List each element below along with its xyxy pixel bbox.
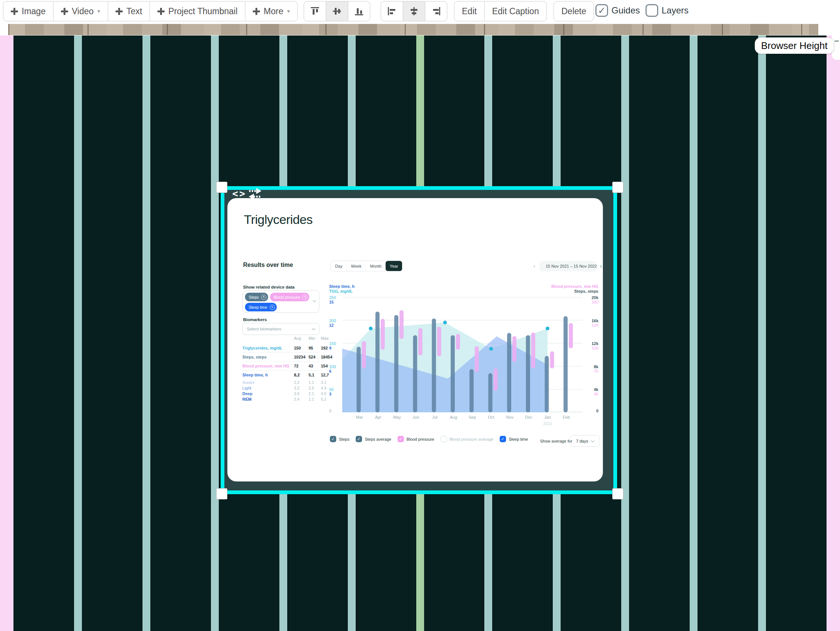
- average-window-select[interactable]: 7 days: [570, 435, 600, 447]
- guides-toggle[interactable]: ✓ Guides: [595, 4, 640, 17]
- edit-group: Edit Edit Caption: [454, 1, 547, 21]
- legend-item-sleep-time[interactable]: ✓Sleep time: [500, 436, 528, 442]
- remove-chip-icon[interactable]: ×: [302, 295, 308, 300]
- add-text-button[interactable]: Text: [108, 1, 150, 21]
- edit-button[interactable]: Edit: [454, 1, 485, 21]
- chip-sleep-time[interactable]: Sleep time×: [245, 303, 277, 311]
- page-root: ImageVideo▾TextProject ThumbnailMore▾ Ed…: [0, 0, 840, 631]
- plus-icon: [115, 8, 123, 15]
- date-next-chevron[interactable]: ›: [600, 262, 602, 270]
- edit-caption-button[interactable]: Edit Caption: [484, 1, 547, 21]
- row-value: 72: [294, 364, 309, 368]
- code-icon[interactable]: <>: [232, 188, 246, 199]
- guides-checkbox[interactable]: ✓: [595, 4, 608, 17]
- legend-label: Steps average: [365, 437, 391, 442]
- resize-handle-bottom-right[interactable]: [612, 488, 624, 499]
- legend-item-steps-average[interactable]: ✓Steps average: [356, 436, 391, 442]
- plus-icon: [253, 8, 260, 15]
- align-bottom-button[interactable]: [348, 1, 370, 21]
- row-label: Sleep time, h: [242, 373, 294, 377]
- resize-handle-top-right[interactable]: [612, 182, 624, 193]
- legend-item-steps[interactable]: ✓Steps: [330, 436, 349, 442]
- tab-day[interactable]: Day: [331, 261, 347, 271]
- chevron-down-icon: [313, 299, 316, 303]
- legend-checkbox[interactable]: ✓: [398, 436, 404, 442]
- results-chart: [342, 297, 583, 412]
- add-project-thumbnail-button[interactable]: Project Thumbnail: [150, 1, 245, 21]
- row-value: 12,7: [321, 373, 329, 377]
- table-row: Sleep time, h8,25,112,7: [242, 371, 319, 379]
- x-axis-month-label: Aug: [450, 415, 457, 420]
- add-more-button[interactable]: More▾: [245, 1, 298, 21]
- right-axis-tick: 8k70: [568, 364, 598, 374]
- date-prev-chevron[interactable]: ‹: [533, 262, 535, 270]
- column-header: Avg: [294, 336, 309, 341]
- tab-month[interactable]: Month: [365, 261, 385, 271]
- steps-bar: [469, 369, 474, 413]
- date-range-picker[interactable]: 15 Nov 2021 – 15 Nov 2022: [539, 261, 596, 271]
- align-middle-button[interactable]: [326, 1, 348, 21]
- blood-pressure-range-bar: [437, 327, 441, 356]
- row-label: Steps, steps: [242, 355, 294, 359]
- dashboard-card: Triglycerides Results over time DayWeekM…: [227, 198, 603, 481]
- chip-blood-pressure[interactable]: Blood pressure×: [270, 293, 309, 301]
- biomarkers-table: AvgMinMaxTriglycerides, mg/dL15095192Ste…: [242, 335, 319, 402]
- resize-handle-top-left[interactable]: [216, 182, 227, 193]
- right-edge-scroll-dash[interactable]: [834, 40, 839, 42]
- row-value: 3.1: [321, 380, 327, 385]
- left-axis-tick: 1509: [329, 341, 336, 350]
- add-content-group: ImageVideo▾TextProject ThumbnailMore▾: [3, 1, 298, 21]
- page-title: Triglycerides: [244, 212, 313, 227]
- plus-icon: [61, 8, 68, 15]
- legend-item-blood-pressure[interactable]: ✓Blood pressure: [398, 436, 434, 442]
- align-right-button[interactable]: [425, 1, 447, 21]
- left-axis-tick: 1006: [329, 364, 336, 374]
- remove-chip-icon[interactable]: ×: [261, 295, 266, 300]
- time-range-tabs: DayWeekMonthYear: [331, 260, 403, 271]
- biomarkers-placeholder: Select biomarkers: [247, 327, 281, 331]
- layers-checkbox[interactable]: [646, 4, 658, 17]
- align-left-button[interactable]: [381, 1, 403, 21]
- device-data-multiselect[interactable]: Steps×Blood pressure×Sleep time×: [242, 290, 319, 313]
- delete-button[interactable]: Delete: [554, 1, 594, 21]
- biomarkers-select[interactable]: Select biomarkers: [242, 323, 319, 335]
- plus-icon: [158, 8, 164, 15]
- remove-chip-icon[interactable]: ×: [270, 304, 275, 310]
- row-value: 5.2: [321, 397, 327, 401]
- blood-pressure-range-bar: [381, 319, 385, 350]
- editor-toolbar: ImageVideo▾TextProject ThumbnailMore▾ Ed…: [0, 0, 840, 23]
- legend-checkbox[interactable]: [441, 436, 447, 442]
- align-center-button[interactable]: [403, 1, 425, 21]
- caret-down-icon: ▾: [287, 8, 290, 14]
- row-value: 3.4: [294, 397, 309, 401]
- layers-label: Layers: [662, 5, 688, 16]
- right-axis-titles: Blood pressure, mm HG Steps, steps: [471, 284, 598, 294]
- legend-item-blood-pressure-average[interactable]: Blood pressure average: [441, 436, 493, 442]
- row-label: Triglycerides, mg/dL: [242, 346, 294, 350]
- column-guide: [74, 36, 82, 631]
- steps-bar: [394, 315, 398, 412]
- row-value: 2.2: [294, 380, 309, 385]
- x-axis-month-label: Jul: [432, 415, 437, 420]
- table-header-row: AvgMinMax: [242, 335, 319, 342]
- steps-bar: [526, 335, 530, 412]
- row-value: 4.0: [321, 391, 327, 396]
- layers-toggle[interactable]: Layers: [646, 4, 688, 17]
- legend-checkbox[interactable]: ✓: [500, 436, 506, 442]
- legend-checkbox[interactable]: ✓: [356, 436, 362, 442]
- row-value: 3.6: [294, 391, 309, 396]
- legend-checkbox[interactable]: ✓: [330, 436, 336, 442]
- align-top-button[interactable]: [304, 1, 326, 21]
- tab-year[interactable]: Year: [385, 261, 402, 271]
- add-image-button[interactable]: Image: [3, 1, 54, 21]
- table-row: Deep3.62.14.0: [242, 391, 319, 396]
- resize-handle-bottom-left[interactable]: [216, 488, 227, 499]
- left-axis-title-sleep: Sleep time, h: [329, 284, 355, 289]
- x-axis-year-label: 2023: [543, 421, 552, 426]
- blood-pressure-range-bar: [418, 328, 422, 355]
- tab-week[interactable]: Week: [347, 261, 366, 271]
- chip-steps[interactable]: Steps×: [245, 293, 268, 301]
- steps-bar: [357, 347, 361, 412]
- row-value: 95: [309, 346, 321, 350]
- add-video-button[interactable]: Video▾: [53, 1, 108, 21]
